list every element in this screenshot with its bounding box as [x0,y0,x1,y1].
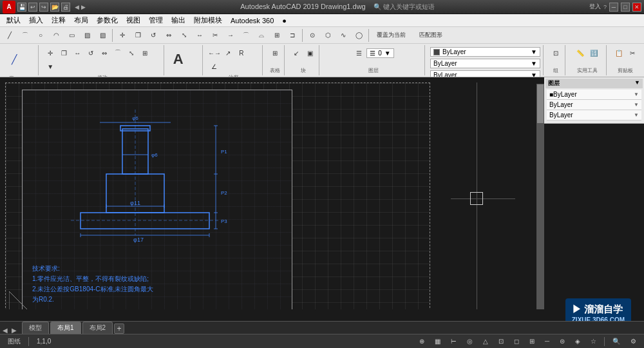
nav-forward[interactable]: ▶ [81,4,86,10]
drawing-area[interactable]: φ17 φ11 φ6 P1 P2 P3 [0,77,544,309]
menu-annotate[interactable]: 注释 [48,15,70,26]
tb-circle[interactable]: ○ [33,28,48,43]
help-btn[interactable]: ? [603,4,607,10]
move-btn[interactable]: ✛ [44,46,57,59]
quick-calc[interactable]: 🔢 [587,46,600,59]
print-btn[interactable]: 🖨 [61,3,70,12]
quick-save-btn[interactable]: 💾 [17,3,26,12]
tab-layout1[interactable]: 布局1 [50,322,81,334]
nav-back[interactable]: ◀ [75,4,79,10]
copy-btn[interactable]: ❐ [57,46,70,59]
menu-insert[interactable]: 插入 [25,15,47,26]
tb-arc[interactable]: ◠ [49,28,63,43]
scale-btn[interactable]: ⤡ [125,46,138,59]
status-zoom[interactable]: 🔍 [610,338,623,345]
status-qp[interactable]: ◈ [573,338,583,345]
redo-btn[interactable]: ↪ [39,3,48,12]
stretch-btn[interactable]: ↔ [71,46,84,59]
tb-chamfer[interactable]: ⌓ [254,28,269,43]
status-ducs[interactable]: ◻ [511,338,522,345]
menu-manage[interactable]: 管理 [145,15,167,26]
layer-manager[interactable]: ☰ [352,46,365,59]
props-lineweight-row[interactable]: ByLayer ▼ [547,110,641,121]
close-btn[interactable]: ✕ [632,3,641,12]
tb-gradient[interactable]: ▧ [95,28,109,43]
tb-spline[interactable]: ∿ [336,28,350,43]
status-paper[interactable]: 图纸 [5,337,23,346]
maximize-btn[interactable]: □ [621,3,630,12]
table-btn[interactable]: ⊞ [269,46,281,59]
tb-circle2[interactable]: ⊙ [305,28,319,43]
tb-polyline[interactable]: ⌒ [18,28,32,43]
tb-line[interactable]: ╱ [3,28,17,43]
menu-view[interactable]: 视图 [122,15,144,26]
lineweight-dropdown[interactable]: ByLayer ▼ [430,70,540,77]
tb-rect[interactable]: ▭ [64,28,79,43]
fillet-btn[interactable]: ⌒ [111,46,124,59]
group-btn[interactable]: ⊡ [549,46,562,59]
rotate-btn[interactable]: ↺ [84,46,97,59]
status-tp[interactable]: ⊜ [557,338,567,345]
draw-line-big[interactable]: ╱ [5,46,23,72]
measure-btn[interactable]: 📏 [574,46,587,59]
tb-ellipse[interactable]: ◯ [352,28,366,43]
tb-move[interactable]: ✛ [115,28,129,43]
menu-default[interactable]: 默认 [3,15,24,26]
menu-output[interactable]: 输出 [167,15,189,26]
props-linetype-row[interactable]: ByLayer ▼ [547,100,641,110]
tb-extend[interactable]: → [223,28,238,43]
status-dyn[interactable]: ⊞ [527,338,537,345]
tb-mirror[interactable]: ⇔ [162,28,176,43]
menu-layout[interactable]: 布局 [70,15,92,26]
dim-linear[interactable]: ←→ [208,46,221,59]
linetype-dropdown[interactable]: ByLayer ▼ [430,59,540,68]
status-otrack[interactable]: ⊡ [496,338,506,345]
tb-fillet[interactable]: ⌒ [239,28,253,43]
dim-angle[interactable]: ∠ [208,60,221,73]
menu-parametric[interactable]: 参数化 [93,15,122,26]
tab-prev[interactable]: ◀ [3,327,8,334]
minimize-btn[interactable]: ─ [609,3,618,12]
status-snap[interactable]: ⊕ [417,338,427,345]
menu-addons[interactable]: 附加模块 [190,15,226,26]
layer-panel-title[interactable]: 图层 ▼ [545,79,643,88]
user-login[interactable]: 登入 [589,3,601,11]
array-btn2[interactable]: ⊞ [138,46,151,59]
tb-offset[interactable]: ⊐ [285,28,299,43]
status-polar[interactable]: ◎ [464,338,475,345]
tb-trim[interactable]: ✂ [208,28,222,43]
tb-stretch[interactable]: ↔ [193,28,207,43]
status-ortho[interactable]: ⊢ [448,338,459,345]
status-osnap[interactable]: △ [480,338,491,345]
tab-next[interactable]: ▶ [12,327,17,334]
tab-layout2[interactable]: 布局2 [82,322,113,334]
tb-rotate[interactable]: ↺ [146,28,160,43]
polyline-btn[interactable]: ⌒ [5,73,18,77]
vertical-scrollbar[interactable] [536,84,544,309]
dim-aligned[interactable]: ↗ [222,46,234,59]
props-color-row[interactable]: ■ ByLayer ▼ [547,90,641,100]
undo-btn[interactable]: ↩ [28,3,37,12]
tab-add-btn[interactable]: + [114,324,124,334]
search-box[interactable]: 🔍 键入关键字或短语 [374,3,435,10]
color-dropdown[interactable]: ByLayer ▼ [430,47,540,57]
more-modify[interactable]: ▼ [44,60,57,73]
tb-scale[interactable]: ⤡ [177,28,191,43]
paste-btn[interactable]: 📋 [612,46,625,59]
mtext-btn[interactable]: 多行 [169,73,182,77]
tb-region[interactable]: ⬡ [321,28,335,43]
scrollbar-thumb[interactable] [537,84,544,123]
open-btn[interactable]: 📂 [50,3,59,12]
layer-dropdown[interactable]: ☰ 0 ▼ [366,48,393,58]
tb-matchprop[interactable]: 匹配图形 [412,28,450,43]
mirror-btn[interactable]: ⇔ [98,46,111,59]
layer-panel-collapse[interactable]: ▼ [634,79,640,88]
block-def[interactable]: ▣ [303,46,316,59]
status-grid[interactable]: ▦ [432,338,443,345]
tb-hatch[interactable]: ▨ [80,28,94,43]
tb-copy[interactable]: ❐ [131,28,145,43]
insert-btn[interactable]: ↙ [290,46,303,59]
status-sc[interactable]: ☆ [588,338,599,345]
status-lw[interactable]: ─ [542,338,552,345]
menu-dot[interactable]: ● [278,16,290,25]
